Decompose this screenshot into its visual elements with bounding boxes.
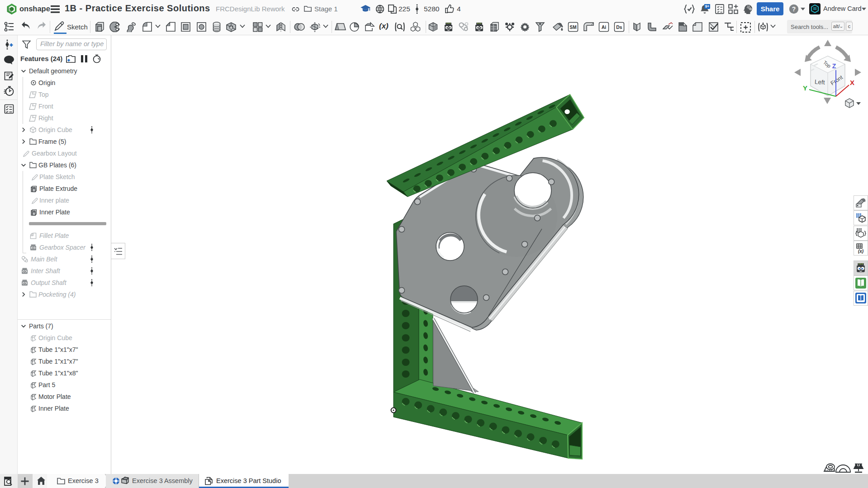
svg-text:Z: Z (832, 62, 836, 70)
svg-text:X: X (850, 79, 854, 86)
svg-text:Y: Y (803, 84, 807, 92)
svg-text:Left: Left (815, 78, 825, 86)
